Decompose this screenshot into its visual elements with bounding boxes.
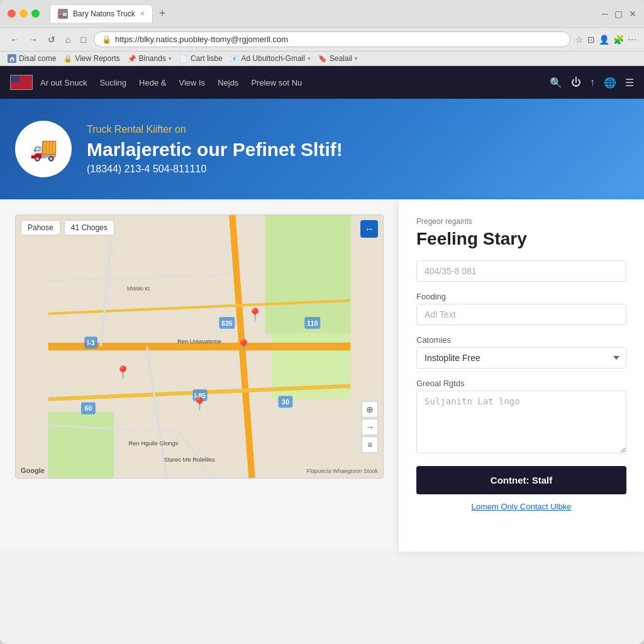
submit-button[interactable]: Contnet: Stalf (416, 466, 626, 494)
close-window-icon[interactable]: ✕ (629, 9, 636, 19)
bookmark-label-3: Binands (139, 54, 166, 63)
cast-icon[interactable]: ⊡ (587, 35, 595, 45)
map-pahose-button[interactable]: Pahose (21, 220, 60, 235)
hero-phone: (18344) 213-4 504-811110 (87, 164, 343, 175)
map-footer-text: Flopuecia Whaegroon Stook (306, 468, 378, 474)
map-arrow-button[interactable]: → (362, 419, 378, 435)
nav-icons: 🔍 ⏻ ↑ 🌐 ☰ (550, 77, 634, 89)
active-tab[interactable]: 🚛 Bary Natons Truck × (50, 4, 153, 23)
maximize-button[interactable] (31, 9, 40, 18)
bookmark-gmail[interactable]: 📧 Ad Ubuttoch-Gmail ▾ (230, 54, 311, 63)
back-button[interactable]: ← (8, 33, 21, 46)
bookmarks-bar: 🏠 Disal come 🔒 View Reports 📌 Binands ▾ … (0, 52, 644, 66)
map-svg: I-3 635 110 I-85 30 60 Ren Uniavateme (16, 215, 383, 478)
categories-label: Catomies (416, 335, 626, 345)
chevron-icon-6: ▾ (355, 55, 358, 62)
nav-view-is[interactable]: View Is (179, 78, 205, 87)
resize-window-icon[interactable]: ▢ (614, 9, 623, 19)
bookmark-favicon-3: 📌 (128, 55, 136, 63)
close-button[interactable] (8, 9, 16, 18)
home-button[interactable]: ⌂ (63, 33, 73, 46)
map-expand-button[interactable]: ↔ (360, 220, 378, 238)
svg-text:635: 635 (221, 320, 233, 327)
bookmark-view-reports[interactable]: 🔒 View Reports (64, 54, 119, 63)
svg-text:30: 30 (282, 399, 289, 406)
textarea-label: Greoal Rgtds (416, 379, 626, 388)
nav-hede[interactable]: Hede & (139, 78, 166, 87)
map-controls: ⊕ → ≡ (362, 401, 378, 453)
heading-field-group: Fooding (416, 292, 626, 325)
account-icon[interactable]: 👤 (599, 35, 609, 45)
svg-text:MWolo Kt: MWolo Kt (127, 286, 150, 292)
chevron-icon-5: ▾ (308, 55, 311, 62)
svg-text:110: 110 (307, 320, 318, 327)
form-section: Pregeor regaints Feeling Stary Fooding C… (399, 199, 644, 552)
bookmark-cart-lisbe[interactable]: 📄 Cart lisbe (179, 54, 223, 63)
star-icon[interactable]: ☆ (575, 35, 584, 45)
search-nav-icon[interactable]: 🔍 (550, 77, 562, 89)
phone-input[interactable] (416, 260, 626, 282)
nav-links: Ar out Snuck Sucling Hede & View Is Nejd… (40, 78, 550, 87)
map-toolbar: Pahose 41 Choges (21, 220, 114, 235)
extension-icon[interactable]: 🧩 (613, 35, 624, 45)
minimize-window-icon[interactable]: ─ (602, 9, 608, 19)
form-link[interactable]: Lomem Only Contact Ulbke (416, 502, 626, 511)
url-text: https://blky.natics.puobley-ttomy@rgjome… (115, 35, 288, 44)
svg-text:Starec Me Roleliles: Starec Me Roleliles (164, 456, 215, 463)
settings-icon[interactable]: ⋯ (628, 35, 636, 45)
website-content: Ar out Snuck Sucling Hede & View Is Nejd… (0, 66, 644, 552)
nav-prelew[interactable]: Prelew sot Nu (251, 78, 302, 87)
phone-field-group (416, 260, 626, 282)
bookmark-sealail[interactable]: 🔖 Sealail ▾ (318, 54, 358, 63)
map-container[interactable]: I-3 635 110 I-85 30 60 Ren Uniavateme (15, 214, 384, 479)
map-pin-blue-1: 📍 (247, 307, 263, 322)
map-section: I-3 635 110 I-85 30 60 Ren Uniavateme (0, 199, 399, 552)
address-bar: ← → ↺ ⌂ □ 🔒 https://blky.natics.puobley-… (0, 28, 644, 52)
textarea-field-group: Greoal Rgtds (416, 379, 626, 456)
upload-nav-icon[interactable]: ↑ (590, 77, 595, 89)
svg-rect-1 (265, 215, 351, 333)
bookmark-favicon-5: 📧 (230, 55, 239, 63)
new-tab-button[interactable]: + (155, 7, 170, 20)
map-choges-button[interactable]: 41 Choges (64, 220, 114, 235)
browser-window: 🚛 Bary Natons Truck × + ─ ▢ ✕ ← → ↺ ⌂ □ … (0, 0, 644, 644)
textarea-input[interactable] (416, 391, 626, 453)
bookmark-favicon-6: 🔖 (318, 55, 327, 63)
power-nav-icon[interactable]: ⏻ (571, 77, 581, 89)
bookmark-favicon-4: 📄 (179, 55, 188, 63)
forward-button[interactable]: → (26, 33, 40, 46)
map-pin-yellow: 📍 (192, 396, 208, 411)
bookmark-label-4: Cart lisbe (191, 54, 223, 63)
nav-nejds[interactable]: Nejds (218, 78, 238, 87)
bookmark-favicon-1: 🏠 (8, 54, 16, 63)
heading-label: Fooding (416, 292, 626, 301)
truck-logo: 🚚 (15, 121, 72, 177)
categories-select[interactable]: Instoplite Free (416, 347, 626, 369)
map-location-button[interactable]: ⊕ (362, 401, 378, 418)
chevron-icon-3: ▾ (169, 55, 172, 62)
url-bar[interactable]: 🔒 https://blky.natics.puobley-ttomy@rgjo… (94, 31, 570, 47)
map-layers-button[interactable]: ≡ (362, 436, 378, 453)
menu-nav-icon[interactable]: ☰ (625, 77, 634, 89)
globe-nav-icon[interactable]: 🌐 (604, 77, 616, 89)
svg-text:Ren Hguile Glongs: Ren Hguile Glongs (128, 440, 178, 447)
minimize-button[interactable] (19, 9, 28, 18)
nav-about[interactable]: Ar out Snuck (40, 78, 87, 87)
bookmark-label-2: View Reports (75, 54, 119, 63)
refresh-button[interactable]: ↺ (45, 33, 58, 46)
svg-text:I-3: I-3 (87, 340, 94, 347)
nav-sucling[interactable]: Sucling (99, 78, 126, 87)
form-title: Feeling Stary (416, 230, 626, 249)
tab-close-icon[interactable]: × (140, 9, 145, 18)
bookmark-binands[interactable]: 📌 Binands ▾ (128, 54, 172, 63)
lock-bookmark-icon: 🔒 (64, 55, 72, 63)
hero-title: Marlajeretic our Pefinet Sltif! (87, 139, 343, 160)
heading-input[interactable] (416, 304, 626, 325)
bookmark-disal-come[interactable]: 🏠 Disal come (8, 54, 56, 63)
bookmark-label-5: Ad Ubuttoch-Gmail (242, 54, 305, 63)
tab-title: Bary Natons Truck (73, 9, 135, 18)
hero-text: Truck Rental Kiifter on Marlajeretic our… (87, 124, 343, 175)
unknown-nav-button[interactable]: □ (78, 33, 88, 46)
hero-subtitle: Truck Rental Kiifter on (87, 124, 343, 135)
tab-favicon: 🚛 (58, 9, 68, 19)
